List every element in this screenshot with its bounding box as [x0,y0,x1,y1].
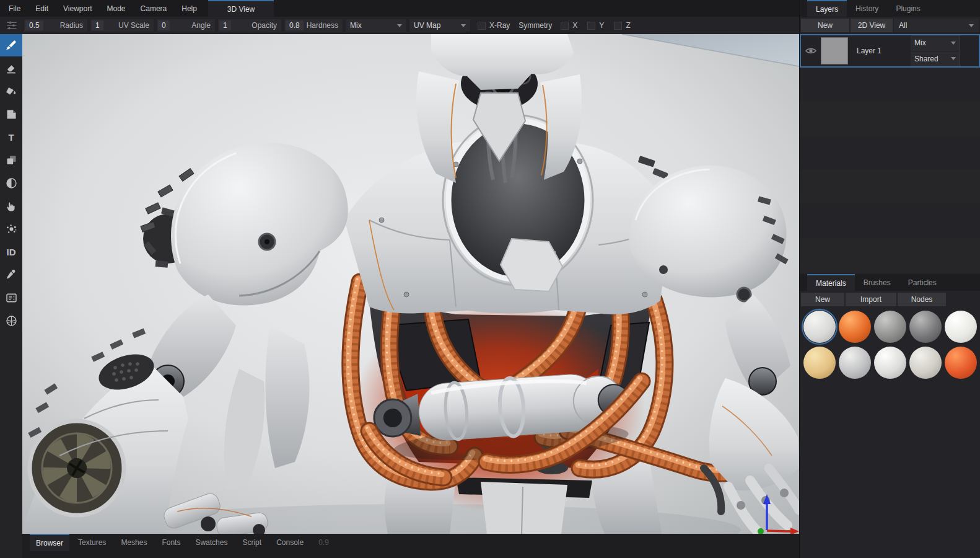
menu-help[interactable]: Help [182,4,197,13]
tab-particles[interactable]: Particles [899,274,945,291]
hardness-value[interactable]: 0.8 [286,20,304,30]
radius-label: Radius [60,21,83,30]
symmetry-y-label: Y [599,21,604,30]
tab-script[interactable]: Script [236,534,268,551]
viewport-3d[interactable] [22,34,799,534]
layer-object-dropdown[interactable]: Shared [911,51,960,67]
uv-scale-value[interactable]: 1 [92,20,103,30]
eraser-tool-icon[interactable] [0,57,22,79]
tab-textures[interactable]: Textures [72,534,112,551]
toolbar-settings-icon[interactable] [0,19,24,32]
material-tool-icon[interactable] [0,309,22,332]
tab-brushes[interactable]: Brushes [855,274,899,291]
menu-mode[interactable]: Mode [107,4,126,13]
opacity-field[interactable]: 1 Opacity [217,19,282,32]
decal-tool-icon[interactable] [0,103,22,125]
layer-filter-value: All [899,21,907,30]
nodes-button[interactable]: Nodes [898,293,946,306]
symmetry-y-toggle[interactable]: Y [587,21,604,30]
chevron-down-icon [969,24,974,27]
layer-blend-dropdown[interactable]: Mix [911,35,960,51]
menu-viewport[interactable]: Viewport [63,4,92,13]
menu-file[interactable]: File [9,4,20,13]
material-thumb-5[interactable] [945,311,977,343]
symmetry-label: Symmetry [518,21,552,30]
material-thumb-7[interactable] [839,347,871,379]
symmetry-x-toggle[interactable]: X [561,21,577,30]
xray-checkbox[interactable] [478,22,486,30]
symmetry-z-toggle[interactable]: Z [614,21,630,30]
material-thumb-10[interactable] [945,347,977,379]
layer-name[interactable]: Layer 1 [857,46,911,55]
radius-value[interactable]: 0.5 [25,20,43,30]
xray-toggle[interactable]: X-Ray [478,21,510,30]
uv-map-value: UV Map [414,21,440,30]
symmetry-z-checkbox[interactable] [614,22,622,30]
angle-value[interactable]: 0 [158,20,170,30]
layer-row-tail [960,35,979,66]
radius-field[interactable]: 0.5 Radius [24,19,88,32]
import-material-button[interactable]: Import [846,293,896,306]
new-material-button[interactable]: New [801,293,844,306]
opacity-label: Opacity [252,21,277,30]
chevron-down-icon [951,42,956,45]
material-thumb-9[interactable] [909,347,942,379]
tab-materials[interactable]: Materials [807,274,855,291]
robot-head [416,34,582,183]
uv-scale-label: UV Scale [118,21,149,30]
particle-tool-icon[interactable] [0,218,22,240]
angle-field[interactable]: 0 Angle [156,19,216,32]
viewport-scene [22,34,799,534]
opacity-value[interactable]: 1 [219,20,231,30]
symmetry-z-label: Z [626,21,630,30]
material-thumb-8[interactable] [874,347,906,379]
tab-plugins[interactable]: Plugins [887,0,929,17]
text-tool-icon[interactable]: T [0,126,22,148]
bottom-tab-bar: Browser Textures Meshes Fonts Swatches S… [22,534,799,558]
tab-fonts[interactable]: Fonts [155,534,186,551]
version-label: 0.9 [312,534,335,551]
menu-camera[interactable]: Camera [141,4,167,13]
layers-tab-bar: Layers History Plugins [800,0,980,17]
hardness-field[interactable]: 0.8 Hardness [284,19,343,32]
tab-meshes[interactable]: Meshes [115,534,153,551]
materials-grid [800,307,980,383]
tab-3d-view[interactable]: 3D View [208,0,274,17]
tab-layers[interactable]: Layers [807,0,847,17]
right-panel: Layers History Plugins New 2D View All L… [799,0,980,558]
blur-tool-icon[interactable] [0,172,22,194]
xray-label: X-Ray [489,21,510,30]
fill-tool-icon[interactable] [0,80,22,102]
tool-sidebar: T ID [0,34,22,558]
2d-view-button[interactable]: 2D View [851,19,893,32]
layer-visibility-eye-icon[interactable] [801,45,821,57]
material-thumb-3[interactable] [874,311,906,343]
smudge-tool-icon[interactable] [0,195,22,217]
bake-tool-icon[interactable] [0,286,22,309]
new-layer-button[interactable]: New [801,19,849,32]
uv-map-dropdown[interactable]: UV Map [409,19,471,32]
menu-edit[interactable]: Edit [35,4,48,13]
chevron-down-icon [461,24,466,27]
layer-thumbnail[interactable] [821,37,848,64]
material-thumb-1[interactable] [803,311,836,343]
colorid-tool-icon[interactable]: ID [0,241,22,263]
tab-history[interactable]: History [847,0,887,17]
picker-tool-icon[interactable] [0,264,22,286]
materials-buttons: New Import Nodes [800,291,980,307]
symmetry-x-checkbox[interactable] [561,22,569,30]
blend-mode-dropdown[interactable]: Mix [345,19,407,32]
uv-scale-field[interactable]: 1 UV Scale [90,19,154,32]
layer-row[interactable]: Layer 1 Mix Shared [800,34,980,68]
layer-blend-value: Mix [914,38,926,47]
symmetry-y-checkbox[interactable] [587,22,595,30]
material-thumb-6[interactable] [803,347,836,379]
brush-tool-icon[interactable] [0,34,22,56]
material-thumb-2[interactable] [839,311,871,343]
clone-tool-icon[interactable] [0,149,22,171]
tab-swatches[interactable]: Swatches [189,534,234,551]
tab-console[interactable]: Console [270,534,310,551]
layer-filter-dropdown[interactable]: All [894,19,979,32]
tab-browser[interactable]: Browser [30,534,69,551]
material-thumb-4[interactable] [909,311,942,343]
